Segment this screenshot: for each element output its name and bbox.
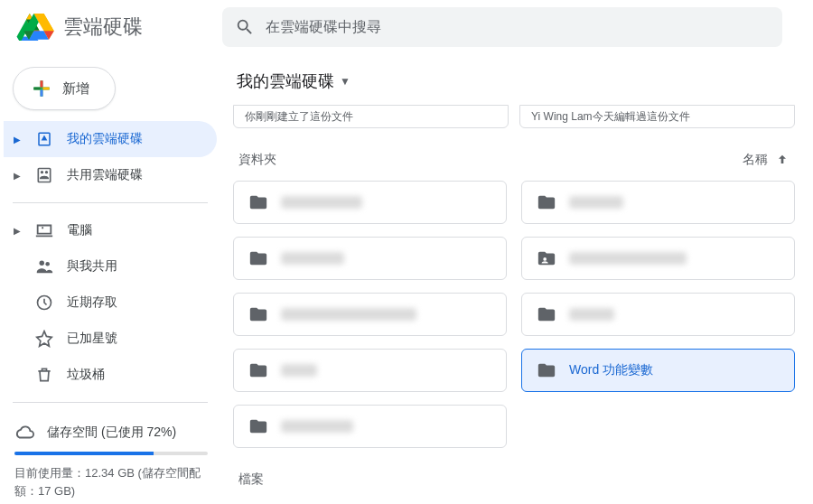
storage-usage-text: 目前使用量：12.34 GB (儲存空間配額：17 GB) [14,464,208,499]
sidebar-item-label: 已加星號 [67,331,117,347]
suggestion-card[interactable]: 你剛剛建立了這份文件 [233,105,509,128]
computer-icon [34,220,54,240]
folder-icon [248,360,268,380]
folder-icon [248,416,268,436]
folders-heading: 資料夾 [238,152,276,168]
caret-right-icon: ▶ [13,226,22,236]
folder-item[interactable] [233,349,507,392]
svg-point-11 [543,257,547,261]
storage-bar [14,452,208,455]
redacted-folder-name [569,252,687,265]
sidebar-item-label: 垃圾桶 [67,367,105,383]
sidebar-item-label: 電腦 [67,222,92,238]
main-content: 我的雲端硬碟 ▼ 你剛剛建立了這份文件 Yi Wing Lam今天編輯過這份文件… [222,54,813,504]
suggestion-text: 你剛剛建立了這份文件 [245,109,353,125]
sidebar-item-shared-with-me[interactable]: 與我共用 [4,248,217,285]
redacted-folder-name [281,420,353,433]
sidebar-item-my-drive[interactable]: ▶ 我的雲端硬碟 [4,121,217,157]
new-button[interactable]: 新增 [13,67,116,110]
cloud-icon [14,423,34,443]
sidebar-item-label: 近期存取 [67,294,117,311]
folder-icon [537,192,556,212]
folders-section-header: 資料夾 名稱 [233,128,795,181]
folder-item[interactable] [233,237,507,280]
redacted-folder-name [569,308,614,321]
caret-right-icon: ▶ [13,171,22,181]
redacted-folder-name [281,196,362,209]
redacted-folder-name [569,196,623,209]
svg-point-9 [45,262,50,266]
drive-logo-icon [23,14,54,41]
files-heading: 檔案 [233,471,795,488]
folder-icon [537,304,556,324]
sidebar-item-computers[interactable]: ▶ 電腦 [4,212,217,248]
redacted-folder-name [281,364,317,377]
my-drive-icon [34,129,54,149]
folder-item[interactable] [233,181,507,224]
folder-item[interactable] [233,405,507,448]
sort-button[interactable]: 名稱 [743,152,790,168]
logo-area[interactable]: 雲端硬碟 [14,14,222,41]
search-input[interactable] [266,19,770,35]
sidebar: 新增 ▶ 我的雲端硬碟 ▶ 共用雲端硬碟 ▶ 電腦 [0,54,222,504]
redacted-folder-name [281,252,344,265]
star-icon [34,329,54,349]
chevron-down-icon: ▼ [340,75,350,88]
search-icon[interactable] [235,17,255,37]
folder-item[interactable] [233,293,507,336]
folder-item[interactable] [521,293,795,336]
app-title: 雲端硬碟 [63,14,143,41]
arrow-up-icon [775,153,790,167]
new-button-label: 新增 [62,80,89,98]
header: 雲端硬碟 [0,0,813,54]
sidebar-item-recent[interactable]: 近期存取 [4,285,217,321]
folder-name: Word 功能變數 [569,362,653,378]
sidebar-item-trash[interactable]: 垃圾桶 [4,357,217,393]
sidebar-item-label: 與我共用 [67,258,117,275]
redacted-folder-name [281,308,416,321]
folder-item[interactable] [521,237,795,280]
folder-icon [537,360,556,380]
sidebar-item-label: 我的雲端硬碟 [67,131,143,147]
sidebar-item-label: 共用雲端硬碟 [67,167,143,183]
sidebar-item-starred[interactable]: 已加星號 [4,321,217,357]
folder-icon [248,248,268,268]
storage-fill [14,452,154,455]
recent-icon [34,293,54,313]
sidebar-item-shared-drives[interactable]: ▶ 共用雲端硬碟 [4,157,217,193]
divider [13,402,208,403]
sort-label: 名稱 [743,152,768,168]
storage-label: 儲存空間 (已使用 72%) [47,425,176,441]
svg-point-8 [40,261,45,266]
trash-icon [34,365,54,385]
folder-item[interactable]: Word 功能變數 [521,349,795,392]
suggestion-text: Yi Wing Lam今天編輯過這份文件 [531,109,690,125]
breadcrumb-label: 我的雲端硬碟 [237,70,334,92]
plus-icon [30,77,53,100]
storage-section[interactable]: 儲存空間 (已使用 72%) 目前使用量：12.34 GB (儲存空間配額：17… [4,412,217,499]
folder-icon [248,192,268,212]
suggestion-row: 你剛剛建立了這份文件 Yi Wing Lam今天編輯過這份文件 [233,105,795,128]
shared-drives-icon [34,165,54,185]
shared-with-me-icon [34,257,54,276]
folder-item[interactable] [521,181,795,224]
divider [13,202,208,203]
search-bar[interactable] [222,7,782,47]
folder-icon [248,304,268,324]
breadcrumb[interactable]: 我的雲端硬碟 ▼ [233,65,795,105]
folder-shared-icon [537,248,556,268]
suggestion-card[interactable]: Yi Wing Lam今天編輯過這份文件 [519,105,795,128]
caret-right-icon: ▶ [13,135,22,145]
folder-grid: Word 功能變數 [233,181,795,448]
